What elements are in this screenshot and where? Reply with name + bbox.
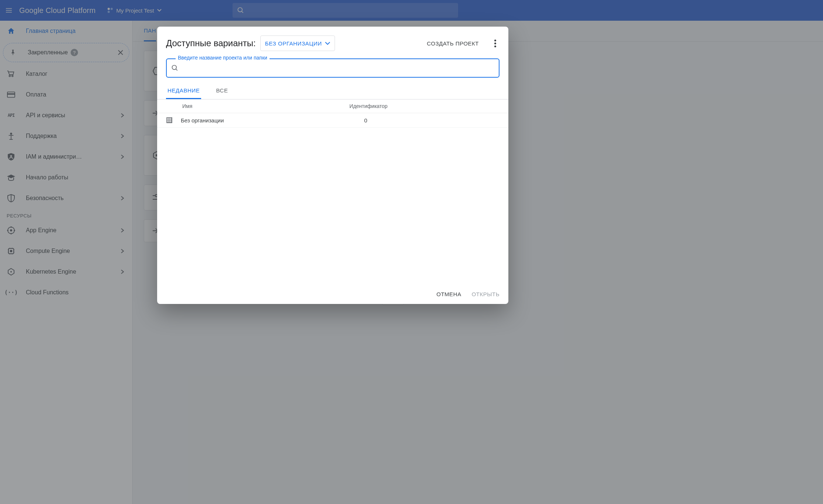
row-name: Без организации <box>181 117 364 124</box>
dropdown-icon <box>325 42 330 45</box>
project-search-input[interactable] <box>182 65 494 71</box>
table-header: Имя Идентификатор <box>157 99 508 113</box>
tab-all[interactable]: ВСЕ <box>214 84 229 99</box>
search-floating-label: Введите название проекта или папки <box>176 55 270 61</box>
column-name-header: Имя <box>166 103 349 109</box>
tab-recent[interactable]: НЕДАВНИЕ <box>166 84 201 99</box>
search-icon <box>171 64 179 72</box>
column-id-header: Идентификатор <box>349 103 499 109</box>
organization-icon <box>166 117 173 124</box>
project-search-field[interactable] <box>166 58 499 78</box>
open-button[interactable]: ОТКРЫТЬ <box>472 291 499 297</box>
svg-point-19 <box>172 65 177 70</box>
organization-selector[interactable]: БЕЗ ОРГАНИЗАЦИИ <box>260 35 335 51</box>
create-project-button[interactable]: СОЗДАТЬ ПРОЕКТ <box>427 40 479 47</box>
more-options-icon[interactable] <box>491 40 499 47</box>
row-id: 0 <box>364 117 499 124</box>
dialog-title: Доступные варианты: <box>166 38 256 48</box>
organization-selector-label: БЕЗ ОРГАНИЗАЦИИ <box>265 40 322 47</box>
project-picker-dialog: Доступные варианты: БЕЗ ОРГАНИЗАЦИИ СОЗД… <box>157 27 508 304</box>
cancel-button[interactable]: ОТМЕНА <box>436 291 461 297</box>
table-row[interactable]: Без организации 0 <box>157 113 508 128</box>
